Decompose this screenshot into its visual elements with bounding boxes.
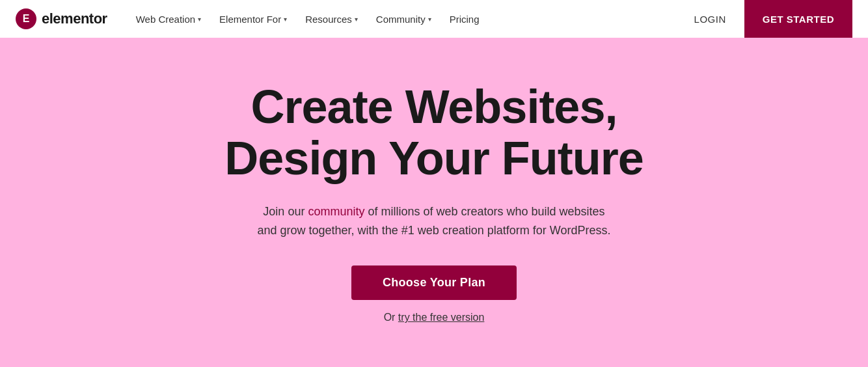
free-version-prefix: Or: [384, 312, 398, 323]
nav-item-resources[interactable]: Resources ▾: [297, 10, 366, 29]
navbar: E elementor Web Creation ▾ Elementor For…: [0, 0, 868, 38]
nav-right: LOGIN GET STARTED: [686, 0, 852, 38]
chevron-down-icon: ▾: [198, 16, 201, 23]
logo-icon: E: [16, 8, 36, 29]
logo-icon-letter: E: [23, 13, 30, 25]
nav-item-pricing[interactable]: Pricing: [442, 10, 487, 29]
get-started-button[interactable]: GET STARTED: [744, 0, 852, 38]
hero-subtitle-highlight: community: [308, 205, 364, 218]
nav-label-community: Community: [376, 14, 426, 25]
nav-label-elementor-for: Elementor For: [219, 14, 281, 25]
hero-title-line2: Design Your Future: [224, 132, 643, 184]
chevron-down-icon: ▾: [428, 16, 431, 23]
nav-label-web-creation: Web Creation: [136, 14, 195, 25]
free-version-text: Or try the free version: [384, 312, 485, 323]
nav-item-web-creation[interactable]: Web Creation ▾: [128, 10, 209, 29]
free-version-link[interactable]: try the free version: [398, 312, 485, 323]
chevron-down-icon: ▾: [355, 16, 358, 23]
hero-section: Create Websites, Design Your Future Join…: [0, 38, 868, 367]
logo[interactable]: E elementor: [16, 8, 107, 29]
logo-text: elementor: [42, 10, 107, 27]
choose-plan-button[interactable]: Choose Your Plan: [351, 265, 517, 300]
nav-item-community[interactable]: Community ▾: [368, 10, 439, 29]
nav-label-pricing: Pricing: [450, 14, 480, 25]
hero-title: Create Websites, Design Your Future: [224, 81, 643, 184]
nav-label-resources: Resources: [305, 14, 352, 25]
nav-item-elementor-for[interactable]: Elementor For ▾: [211, 10, 295, 29]
hero-subtitle-part1: Join our: [263, 205, 308, 218]
nav-links: Web Creation ▾ Elementor For ▾ Resources…: [128, 10, 686, 29]
hero-subtitle: Join our community of millions of web cr…: [258, 202, 611, 240]
login-button[interactable]: LOGIN: [686, 10, 734, 29]
hero-title-line1: Create Websites,: [251, 81, 617, 133]
chevron-down-icon: ▾: [284, 16, 287, 23]
